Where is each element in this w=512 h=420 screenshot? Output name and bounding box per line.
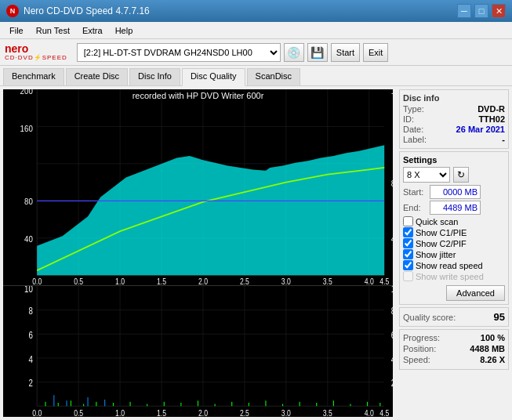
svg-text:2: 2	[391, 378, 393, 388]
menu-run-test[interactable]: Run Test	[30, 24, 76, 37]
svg-text:200: 200	[20, 89, 33, 96]
svg-text:0.0: 0.0	[32, 408, 42, 417]
menu-help[interactable]: Help	[109, 24, 140, 37]
svg-text:3.0: 3.0	[281, 408, 291, 417]
c1-pie-checkbox[interactable]	[403, 227, 413, 237]
svg-text:2.5: 2.5	[240, 277, 249, 285]
svg-text:6: 6	[391, 330, 393, 340]
jitter-label: Show jitter	[416, 250, 456, 259]
position-row: Position: 4488 MB	[403, 344, 505, 353]
speed-label: Speed:	[403, 355, 430, 364]
window-controls: ─ □ ✕	[457, 4, 506, 18]
quick-scan-label: Quick scan	[416, 217, 458, 226]
position-value: 4488 MB	[470, 344, 505, 353]
svg-text:0.0: 0.0	[32, 277, 42, 285]
end-input[interactable]	[430, 201, 481, 215]
svg-text:4.0: 4.0	[365, 277, 374, 285]
end-row: End:	[403, 201, 505, 215]
date-value: 26 Mar 2021	[456, 125, 505, 134]
c1-pie-label: Show C1/PIE	[416, 228, 467, 237]
speed-value: 8.26 X	[480, 355, 505, 364]
drive-select[interactable]: [2:2] HL-DT-ST DVDRAM GH24NSD0 LH00	[77, 43, 281, 62]
exit-button[interactable]: Exit	[363, 43, 388, 62]
quality-score-section: Quality score: 95	[399, 307, 509, 327]
start-button[interactable]: Start	[331, 43, 360, 62]
maximize-button[interactable]: □	[474, 4, 488, 18]
c2-pif-label: Show C2/PIF	[416, 239, 467, 248]
svg-text:2.0: 2.0	[198, 277, 208, 285]
jitter-checkbox[interactable]	[403, 249, 413, 259]
right-panel: Disc info Type: DVD-R ID: TTH02 Date: 26…	[396, 86, 512, 420]
disc-id-row: ID: TTH02	[403, 114, 505, 124]
start-label: Start:	[403, 187, 427, 197]
c2-pif-checkbox[interactable]	[403, 238, 413, 248]
chart-area: recorded with HP DVD Writer 600r	[3, 89, 393, 417]
minimize-button[interactable]: ─	[457, 4, 471, 18]
c1-pie-row: Show C1/PIE	[403, 227, 505, 237]
svg-text:1.5: 1.5	[157, 408, 166, 417]
close-button[interactable]: ✕	[492, 4, 506, 18]
tab-disc-quality[interactable]: Disc Quality	[182, 68, 245, 86]
tab-disc-info[interactable]: Disc Info	[129, 68, 180, 85]
svg-text:2.5: 2.5	[240, 408, 249, 417]
menu-bar: File Run Test Extra Help	[0, 22, 512, 39]
refresh-button[interactable]: ↻	[453, 167, 469, 183]
read-speed-checkbox[interactable]	[403, 260, 413, 270]
svg-text:1.0: 1.0	[115, 277, 125, 285]
progress-label: Progress:	[403, 333, 440, 342]
nero-logo: nero CD·DVD⚡SPEED	[5, 43, 67, 61]
menu-extra[interactable]: Extra	[76, 24, 109, 37]
title-bar: N Nero CD-DVD Speed 4.7.7.16 ─ □ ✕	[0, 0, 512, 22]
svg-text:4.0: 4.0	[365, 408, 374, 417]
tab-benchmark[interactable]: Benchmark	[3, 68, 64, 85]
svg-text:8: 8	[391, 306, 393, 316]
disk-icon-button[interactable]: 💿	[284, 43, 304, 62]
svg-text:4.5: 4.5	[379, 277, 389, 285]
settings-title: Settings	[403, 155, 505, 165]
write-speed-checkbox	[403, 271, 413, 281]
svg-rect-34	[3, 286, 393, 417]
svg-text:4: 4	[28, 353, 32, 364]
upper-chart-svg: 200 160 80 40 16 8 4 0.0 0.5 1.0 1.5 2.0…	[3, 89, 393, 285]
nero-sub: CD·DVD⚡SPEED	[5, 54, 67, 61]
c2-pif-row: Show C2/PIF	[403, 238, 505, 248]
label-label: Label:	[403, 135, 427, 144]
svg-text:16: 16	[391, 89, 393, 96]
svg-text:2.0: 2.0	[198, 408, 208, 417]
tab-scan-disc[interactable]: ScanDisc	[247, 68, 300, 85]
svg-text:1.0: 1.0	[115, 408, 125, 417]
svg-text:6: 6	[28, 330, 32, 340]
main-content: recorded with HP DVD Writer 600r	[0, 86, 512, 420]
quick-scan-checkbox[interactable]	[403, 216, 413, 226]
jitter-row: Show jitter	[403, 249, 505, 259]
speed-row: Speed: 8.26 X	[403, 355, 505, 364]
end-label: End:	[403, 203, 427, 212]
type-value: DVD-R	[478, 104, 505, 114]
lower-chart: 10 8 6 4 2 10 8 6 4 2 0.0 0.5 1.0 1.5 2.…	[3, 286, 393, 417]
start-input[interactable]	[430, 185, 481, 199]
quick-scan-row: Quick scan	[403, 216, 505, 226]
svg-text:160: 160	[20, 123, 33, 133]
speed-select[interactable]: 8 X	[403, 167, 450, 183]
label-value: -	[502, 135, 505, 144]
svg-text:2: 2	[28, 378, 32, 388]
svg-text:0.5: 0.5	[74, 408, 83, 417]
tab-bar: Benchmark Create Disc Disc Info Disc Qua…	[0, 66, 512, 86]
save-button[interactable]: 💾	[307, 43, 328, 62]
svg-text:3.5: 3.5	[323, 277, 332, 285]
svg-text:40: 40	[24, 234, 33, 244]
disc-info-title: Disc info	[403, 93, 505, 103]
quality-row: Quality score: 95	[403, 311, 505, 323]
tab-create-disc[interactable]: Create Disc	[66, 68, 128, 85]
disc-type-row: Type: DVD-R	[403, 104, 505, 114]
disc-label-row: Label: -	[403, 135, 505, 144]
disc-date-row: Date: 26 Mar 2021	[403, 125, 505, 134]
write-speed-row: Show write speed	[403, 271, 505, 281]
svg-text:10: 10	[391, 286, 393, 295]
advanced-button[interactable]: Advanced	[446, 285, 505, 301]
type-label: Type:	[403, 104, 424, 114]
nero-brand: nero	[5, 43, 67, 54]
read-speed-label: Show read speed	[416, 261, 483, 270]
upper-chart: 200 160 80 40 16 8 4 0.0 0.5 1.0 1.5 2.0…	[3, 89, 393, 286]
menu-file[interactable]: File	[3, 24, 30, 37]
